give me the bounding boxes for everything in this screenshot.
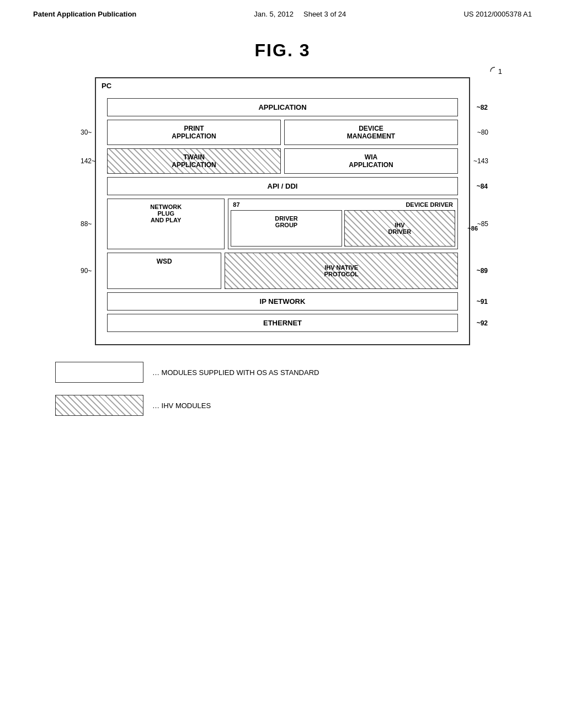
ref-91: ~91 — [477, 298, 488, 306]
print-device-row: 30~ PRINT APPLICATION DEVICE MANAGEMENT … — [107, 120, 458, 145]
ethernet-wrapper: ETHERNET ~92 — [107, 314, 458, 332]
api-ddi-layer: API / DDI ~84 — [107, 177, 458, 195]
network-plug-box: NETWORK PLUG AND PLAY — [107, 199, 225, 249]
ref-80: ~80 — [477, 129, 488, 136]
page-header: Patent Application Publication Jan. 5, 2… — [0, 0, 565, 24]
device-mgmt-box: DEVICE MANAGEMENT — [284, 120, 458, 145]
bracket-svg — [485, 66, 497, 78]
ref-89: ~89 — [477, 267, 488, 275]
ref-84: ~84 — [477, 183, 488, 190]
pc-box: PC APPLICATION ~82 30~ PRINT APPLICATION… — [95, 77, 470, 345]
legend-area: … MODULES SUPPLIED WITH OS AS STANDARD …… — [0, 345, 565, 432]
dd-inner-row: DRIVER GROUP IHV DRIVER ~86 — [231, 210, 455, 247]
ihv-driver-box: IHV DRIVER ~86 — [344, 210, 455, 247]
legend-box-standard — [55, 362, 143, 383]
wsd-box: WSD — [107, 253, 221, 289]
ref-92: ~92 — [477, 319, 488, 327]
ref-85: ~85 — [477, 220, 488, 228]
header-left: Patent Application Publication — [33, 10, 136, 18]
application-layer-wrapper: APPLICATION ~82 — [107, 98, 458, 116]
device-driver-container: 87 DEVICE DRIVER DRIVER GROUP IHV DRIVER… — [228, 199, 458, 249]
diagram-area: PC APPLICATION ~82 30~ PRINT APPLICATION… — [0, 77, 565, 345]
ref-87-label: 87 — [233, 201, 239, 208]
wia-box: WIA APPLICATION — [284, 148, 458, 174]
wsd-ihv-row: 90~ WSD IHV NATIVE PROTOCOL ~89 — [107, 253, 458, 289]
figure-title: FIG. 3 — [0, 40, 565, 61]
driver-group-box: DRIVER GROUP — [231, 210, 342, 247]
legend-item-1: … MODULES SUPPLIED WITH OS AS STANDARD — [55, 362, 510, 383]
legend-item-2: … IHV MODULES — [55, 395, 510, 416]
legend-text-standard: … MODULES SUPPLIED WITH OS AS STANDARD — [152, 368, 319, 377]
twain-wia-row: 142~ TWAIN APPLICATION WIA APPLICATION ~… — [107, 148, 458, 174]
legend-text-ihv: … IHV MODULES — [152, 402, 211, 410]
ref-142: 142~ — [81, 157, 95, 165]
device-driver-label: DEVICE DRIVER — [406, 201, 453, 208]
ref-90: 90~ — [81, 267, 92, 275]
ref-143: ~143 — [473, 157, 488, 165]
twain-box: TWAIN APPLICATION — [107, 148, 281, 174]
ethernet-layer: ETHERNET ~92 — [107, 314, 458, 332]
ref-1-bracket: 1 — [485, 66, 502, 78]
ref-82: ~82 — [477, 104, 488, 111]
ref-1: 1 — [498, 67, 502, 76]
ihv-native-box: IHV NATIVE PROTOCOL ~89 — [225, 253, 458, 289]
ip-network-wrapper: IP NETWORK ~91 — [107, 292, 458, 311]
print-app-box: PRINT APPLICATION — [107, 120, 281, 145]
network-driver-row: 88~ NETWORK PLUG AND PLAY 87 DEVICE DRIV… — [107, 199, 458, 249]
header-right: US 2012/0005378 A1 — [463, 10, 532, 18]
legend-box-ihv — [55, 395, 143, 416]
ip-network-layer: IP NETWORK ~91 — [107, 292, 458, 311]
ref-86: ~86 — [467, 225, 478, 232]
ref-30: 30~ — [81, 129, 92, 136]
ref-88: 88~ — [81, 220, 92, 228]
pc-label: PC — [102, 82, 111, 90]
header-center: Jan. 5, 2012 Sheet 3 of 24 — [254, 10, 346, 18]
api-ddi-wrapper: API / DDI ~84 — [107, 177, 458, 195]
application-layer: APPLICATION ~82 — [107, 98, 458, 116]
